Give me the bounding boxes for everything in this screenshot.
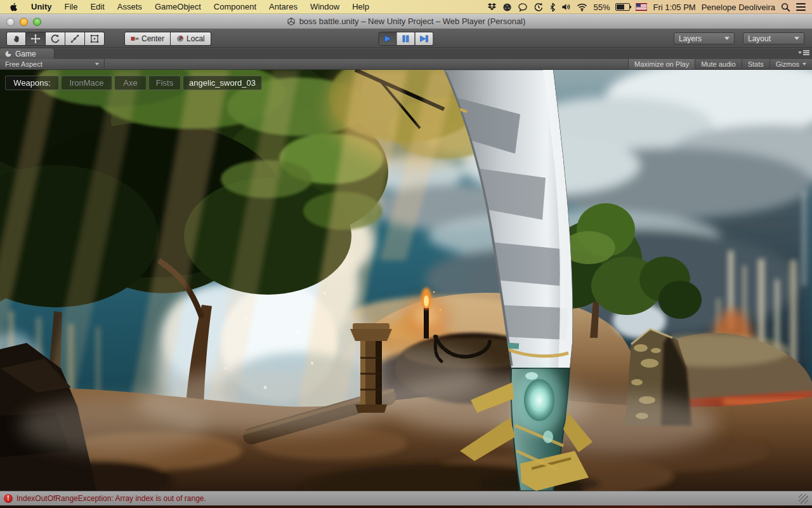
- aspect-ratio-dropdown[interactable]: Free Aspect: [0, 59, 105, 69]
- menu-help[interactable]: Help: [346, 0, 376, 14]
- center-pivot-icon: [131, 36, 139, 42]
- pause-button[interactable]: [397, 32, 416, 46]
- unity-title-bar: boss battle.unity – New Unity Project – …: [0, 14, 812, 29]
- resize-grip[interactable]: [799, 494, 808, 504]
- battery-icon: [615, 3, 630, 11]
- play-button[interactable]: [379, 32, 397, 46]
- chevron-down-icon: [802, 63, 806, 65]
- dropbox-icon[interactable]: [487, 3, 497, 11]
- game-view-buttons: Maximize on Play Mute audio Stats Gizmos: [628, 59, 812, 69]
- tab-game[interactable]: Game: [0, 48, 55, 59]
- menu-edit[interactable]: Edit: [84, 0, 110, 14]
- window-controls: [6, 18, 41, 26]
- messages-icon[interactable]: [518, 3, 528, 12]
- layers-dropdown[interactable]: Layers: [674, 32, 735, 44]
- layout-dropdown[interactable]: Layout: [743, 32, 804, 44]
- tab-options-menu-icon[interactable]: [798, 50, 809, 55]
- pan-tool-button[interactable]: [6, 32, 26, 46]
- game-view-tab-bar: Game: [0, 48, 812, 59]
- menu-bar-status-area: 55% Fri 1:05 PM Penelope Deoliveira: [487, 0, 812, 14]
- weapons-hud-label: Weapons:: [5, 76, 59, 90]
- chevron-down-icon: [794, 37, 799, 40]
- rect-tool-button[interactable]: [85, 32, 105, 46]
- window-title: boss battle.unity – New Unity Project – …: [0, 14, 812, 29]
- game-scene: [0, 70, 812, 491]
- menu-gameobject[interactable]: GameObject: [148, 0, 207, 14]
- console-status-bar[interactable]: ! IndexOutOfRangeException: Array index …: [0, 491, 812, 505]
- menu-file[interactable]: File: [58, 0, 84, 14]
- local-space-icon: [176, 35, 184, 43]
- user-menu[interactable]: Penelope Deoliveira: [702, 3, 775, 12]
- menu-bar-clock[interactable]: Fri 1:05 PM: [653, 3, 695, 12]
- battery-percent-label: 55%: [593, 3, 610, 12]
- game-viewport[interactable]: Weapons: IronMace Axe Fists angelic_swor…: [0, 70, 812, 491]
- pivot-center-button[interactable]: Center: [124, 32, 171, 46]
- window-zoom-button[interactable]: [33, 18, 41, 26]
- rotate-tool-button[interactable]: [46, 32, 65, 46]
- game-view-control-bar: Free Aspect Maximize on Play Mute audio …: [0, 59, 812, 70]
- desktop-edge-strip: [0, 505, 812, 508]
- time-machine-icon[interactable]: [534, 2, 544, 12]
- sword-gem: [524, 379, 554, 421]
- menu-component[interactable]: Component: [207, 0, 263, 14]
- apple-menu-icon[interactable]: [0, 0, 25, 14]
- error-icon: !: [4, 494, 13, 503]
- maximize-on-play-button[interactable]: Maximize on Play: [628, 59, 695, 69]
- pivot-space-toggle: Center Local: [124, 32, 211, 46]
- mute-audio-button[interactable]: Mute audio: [695, 59, 741, 69]
- desktop-screen: Unity File Edit Assets GameObject Compon…: [0, 0, 812, 508]
- weapon-button-fists[interactable]: Fists: [148, 76, 181, 90]
- weapon-button-ironmace[interactable]: IronMace: [61, 76, 112, 90]
- unity-logo-icon: [287, 17, 296, 26]
- gizmos-dropdown[interactable]: Gizmos: [769, 59, 812, 69]
- game-view-icon: [4, 50, 12, 58]
- menu-unity[interactable]: Unity: [25, 0, 58, 14]
- stats-button[interactable]: Stats: [742, 59, 769, 69]
- menu-items: Unity File Edit Assets GameObject Compon…: [0, 0, 376, 14]
- space-local-button[interactable]: Local: [171, 32, 211, 46]
- chevron-down-icon: [724, 37, 730, 40]
- bluetooth-icon[interactable]: [549, 3, 556, 12]
- step-button[interactable]: [416, 32, 434, 46]
- chevron-down-icon: [95, 63, 99, 65]
- menu-antares[interactable]: Antares: [263, 0, 304, 14]
- window-minimize-button[interactable]: [20, 18, 28, 26]
- weapon-button-axe[interactable]: Axe: [114, 76, 147, 90]
- unity-toolbar: Center Local Layers Layout: [0, 29, 812, 48]
- transform-tools: [6, 32, 105, 46]
- notification-center-icon[interactable]: [796, 3, 806, 11]
- scale-tool-button[interactable]: [65, 32, 85, 46]
- error-message[interactable]: IndexOutOfRangeException: Array index is…: [16, 494, 206, 503]
- spotlight-search-icon[interactable]: [781, 3, 790, 12]
- volume-icon[interactable]: [561, 3, 571, 11]
- input-language-flag-icon[interactable]: [636, 3, 647, 11]
- playmode-controls: [379, 32, 434, 46]
- weapon-button-angelic-sword[interactable]: angelic_sword_03: [183, 76, 262, 90]
- window-close-button[interactable]: [6, 18, 15, 26]
- wifi-icon[interactable]: [577, 3, 587, 11]
- weapons-hud: Weapons: IronMace Axe Fists angelic_swor…: [5, 76, 262, 90]
- menu-assets[interactable]: Assets: [111, 0, 148, 14]
- app-sphere-icon[interactable]: [502, 3, 512, 12]
- menu-window[interactable]: Window: [304, 0, 346, 14]
- move-tool-button[interactable]: [26, 32, 46, 46]
- macos-menu-bar: Unity File Edit Assets GameObject Compon…: [0, 0, 812, 14]
